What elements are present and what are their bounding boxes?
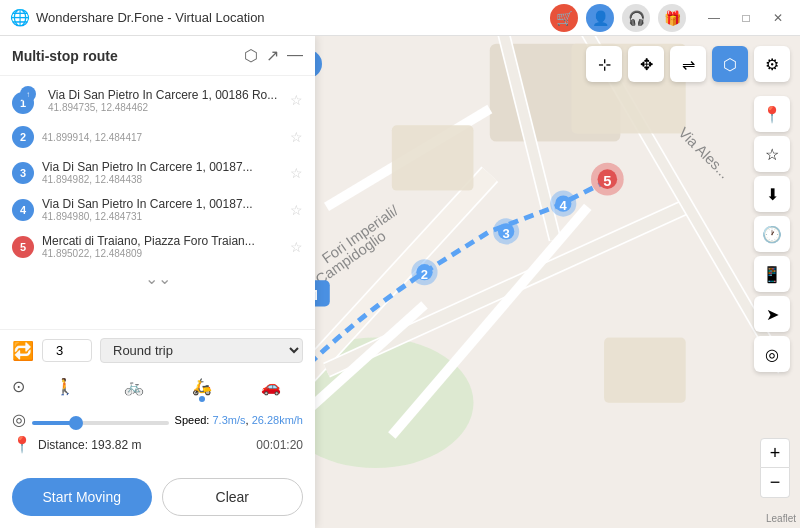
minimize-panel-btn[interactable]: — <box>287 46 303 65</box>
device-btn[interactable]: 📱 <box>754 256 790 292</box>
titlebar: 🌐 Wondershare Dr.Fone - Virtual Location… <box>0 0 800 36</box>
route-info-3: Via Di San Pietro In Carcere 1, 00187...… <box>42 160 282 185</box>
route-item-3[interactable]: 3 Via Di San Pietro In Carcere 1, 00187.… <box>0 154 315 191</box>
bike-mode-btn[interactable]: 🚲 <box>102 371 167 402</box>
save-route-btn[interactable]: ⬡ <box>244 46 258 65</box>
speed-display: Speed: 7.3m/s, 26.28km/h <box>175 414 303 426</box>
app-logo-icon: 🌐 <box>10 8 30 27</box>
controls-section: 🔁 Round trip One way Loop ⊙ 🚶 🚲 🛵 🚗 ◎ <box>0 329 315 470</box>
panel-actions: ⬡ ↗ — <box>244 46 303 65</box>
route-coords-1: 41.894735, 12.484462 <box>48 102 282 113</box>
panel-title: Multi-stop route <box>12 48 236 64</box>
compass-btn[interactable]: ➤ <box>754 296 790 332</box>
route-info-1: Via Di San Pietro In Carcere 1, 00186 Ro… <box>48 88 282 113</box>
multistop-tool-btn[interactable]: ⬡ <box>712 46 748 82</box>
route-coords-3: 41.894982, 12.484438 <box>42 174 282 185</box>
repeat-count-input[interactable] <box>42 339 92 362</box>
route-coords-2: 41.899914, 12.484417 <box>42 132 282 143</box>
panel-header: Multi-stop route ⬡ ↗ — <box>0 36 315 76</box>
repeat-row: 🔁 Round trip One way Loop <box>12 338 303 363</box>
route-star-5[interactable]: ☆ <box>290 239 303 255</box>
map-credit: Leaflet <box>766 513 796 524</box>
walk-mode-btn[interactable]: 🚶 <box>33 371 98 402</box>
svg-text:4: 4 <box>560 198 568 213</box>
speed-gauge-icon: ◎ <box>12 410 26 429</box>
speed-slider[interactable] <box>32 421 169 425</box>
svg-text:2: 2 <box>421 267 428 282</box>
history-btn[interactable]: 🕐 <box>754 216 790 252</box>
route-info-2: 41.899914, 12.484417 <box>42 132 282 143</box>
route-item-4[interactable]: 4 Via Di San Pietro In Carcere 1, 00187.… <box>0 191 315 228</box>
titlebar-icon-group: 🛒 👤 🎧 🎁 <box>550 4 686 32</box>
route-arrow-icon: ↑ <box>20 86 36 102</box>
recenter-btn[interactable]: ◎ <box>754 336 790 372</box>
route-tool-btn[interactable]: ⇌ <box>670 46 706 82</box>
move-tool-btn[interactable]: ✥ <box>628 46 664 82</box>
route-info-4: Via Di San Pietro In Carcere 1, 00187...… <box>42 197 282 222</box>
map-tools-group: ⊹ ✥ ⇌ ⬡ ⚙ <box>586 46 790 82</box>
route-coords-5: 41.895022, 12.484809 <box>42 248 282 259</box>
distance-time: 00:01:20 <box>256 438 303 452</box>
repeat-icon: 🔁 <box>12 340 34 362</box>
download-btn[interactable]: ⬇ <box>754 176 790 212</box>
teleport-tool-btn[interactable]: ⊹ <box>586 46 622 82</box>
chevron-down-icon: ⌄⌄ <box>145 269 171 288</box>
car-mode-btn[interactable]: 🚗 <box>239 371 304 402</box>
distance-row: 📍 Distance: 193.82 m 00:01:20 <box>12 435 303 454</box>
settings-tool-btn[interactable]: ⚙ <box>754 46 790 82</box>
window-controls: — □ ✕ <box>702 6 790 30</box>
minimize-button[interactable]: — <box>702 6 726 30</box>
svg-rect-6 <box>604 338 686 403</box>
left-panel: Multi-stop route ⬡ ↗ — 1 ↑ Via Di San Pi… <box>0 36 315 528</box>
user-icon-btn[interactable]: 👤 <box>586 4 614 32</box>
route-num-4: 4 <box>12 199 34 221</box>
route-name-1: Via Di San Pietro In Carcere 1, 00186 Ro… <box>48 88 282 102</box>
main-content: 1 2 3 4 5 Fori Imperiali/ Campidoglio Fo… <box>0 36 800 528</box>
route-item-1[interactable]: 1 ↑ Via Di San Pietro In Carcere 1, 0018… <box>0 80 315 120</box>
gift-icon-btn[interactable]: 🎁 <box>658 4 686 32</box>
export-route-btn[interactable]: ↗ <box>266 46 279 65</box>
route-info-5: Mercati di Traiano, Piazza Foro Traian..… <box>42 234 282 259</box>
route-star-3[interactable]: ☆ <box>290 165 303 181</box>
zoom-out-button[interactable]: − <box>760 468 790 498</box>
zoom-in-button[interactable]: + <box>760 438 790 468</box>
zoom-controls: + − <box>760 438 790 498</box>
location-pin-icon: 📍 <box>12 435 32 454</box>
route-list: 1 ↑ Via Di San Pietro In Carcere 1, 0018… <box>0 76 315 329</box>
start-moving-button[interactable]: Start Moving <box>12 478 152 516</box>
route-num-2: 2 <box>12 126 34 148</box>
route-name-4: Via Di San Pietro In Carcere 1, 00187... <box>42 197 282 211</box>
distance-value: 193.82 m <box>91 438 141 452</box>
route-item-2[interactable]: 2 41.899914, 12.484417 ☆ <box>0 120 315 154</box>
trip-mode-select[interactable]: Round trip One way Loop <box>100 338 303 363</box>
svg-text:5: 5 <box>603 173 611 189</box>
route-name-3: Via Di San Pietro In Carcere 1, 00187... <box>42 160 282 174</box>
cart-icon-btn[interactable]: 🛒 <box>550 4 578 32</box>
route-num-3: 3 <box>12 162 34 184</box>
maximize-button[interactable]: □ <box>734 6 758 30</box>
distance-label: Distance: 193.82 m <box>38 438 250 452</box>
speedometer-icon: ⊙ <box>12 377 25 396</box>
more-items-indicator: ⌄⌄ <box>0 265 315 292</box>
google-maps-btn[interactable]: 📍 <box>754 96 790 132</box>
route-name-5: Mercati di Traiano, Piazza Foro Traian..… <box>42 234 282 248</box>
speed-value-ms: 7.3m/s <box>212 414 245 426</box>
route-coords-4: 41.894980, 12.484731 <box>42 211 282 222</box>
route-star-2[interactable]: ☆ <box>290 129 303 145</box>
action-buttons: Start Moving Clear <box>0 470 315 528</box>
route-star-1[interactable]: ☆ <box>290 92 303 108</box>
speed-slider-wrap <box>32 411 169 429</box>
svg-text:3: 3 <box>502 226 509 241</box>
bookmark-btn[interactable]: ☆ <box>754 136 790 172</box>
clear-button[interactable]: Clear <box>162 478 304 516</box>
speed-value-kmh: 26.28km/h <box>252 414 303 426</box>
route-item-5[interactable]: 5 Mercati di Traiano, Piazza Foro Traian… <box>0 228 315 265</box>
speed-row: ◎ Speed: 7.3m/s, 26.28km/h <box>12 410 303 429</box>
route-star-4[interactable]: ☆ <box>290 202 303 218</box>
moped-mode-btn[interactable]: 🛵 <box>170 371 235 402</box>
headset-icon-btn[interactable]: 🎧 <box>622 4 650 32</box>
transport-row: ⊙ 🚶 🚲 🛵 🚗 <box>12 371 303 402</box>
right-tools-panel: 📍 ☆ ⬇ 🕐 📱 ➤ ◎ <box>754 96 790 372</box>
svg-rect-4 <box>392 125 474 190</box>
close-button[interactable]: ✕ <box>766 6 790 30</box>
